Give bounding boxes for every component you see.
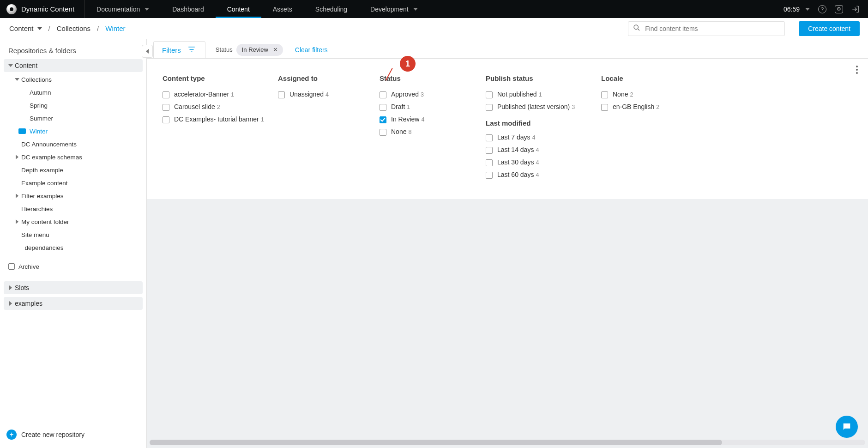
folder-label: DC Announcements xyxy=(21,141,139,148)
filter-item[interactable]: Draft1 xyxy=(380,103,472,111)
create-repository-button[interactable]: + Create new repository xyxy=(0,424,146,448)
checkbox-icon xyxy=(163,91,169,98)
folder-hierarchies[interactable]: Hierarchies xyxy=(4,202,143,215)
filter-item[interactable]: Not published1 xyxy=(486,91,587,98)
filter-icon xyxy=(187,45,196,55)
chevron-down-icon xyxy=(413,8,418,11)
breadcrumb-collections[interactable]: Collections xyxy=(57,24,90,32)
filter-label: Unassigned xyxy=(289,91,324,98)
filter-col-title: Assigned to xyxy=(278,74,366,82)
scrollbar-thumb[interactable] xyxy=(150,440,722,445)
secondary-bar-right: Create content xyxy=(628,21,860,36)
filter-count: 4 xyxy=(421,116,424,123)
folder-dependancies[interactable]: _dependancies xyxy=(4,241,143,254)
breadcrumb-root[interactable]: Content xyxy=(9,24,42,32)
nav-label: Content xyxy=(227,6,250,13)
filter-item[interactable]: Last 60 days4 xyxy=(486,171,587,179)
panel-more-button[interactable] xyxy=(852,63,862,76)
folder-example-content[interactable]: Example content xyxy=(4,176,143,189)
gear-icon[interactable]: ⚙ xyxy=(835,5,843,13)
checkbox-icon xyxy=(380,91,386,98)
plus-icon: + xyxy=(6,430,17,440)
filter-item[interactable]: Last 14 days4 xyxy=(486,146,587,154)
breadcrumb-separator: / xyxy=(97,24,99,32)
filter-item[interactable]: None2 xyxy=(601,91,689,98)
top-nav-links: Documentation Dashboard Content Assets S… xyxy=(85,0,429,18)
filter-item[interactable]: DC Examples- tutorial banner1 xyxy=(163,115,264,123)
folder-depth-example[interactable]: Depth example xyxy=(4,163,143,176)
divider xyxy=(6,257,140,257)
checkbox-icon xyxy=(486,91,493,98)
sidebar-title: Repositories & folders xyxy=(0,39,146,59)
repo-archive[interactable]: Archive xyxy=(4,260,143,273)
create-content-button[interactable]: Create content xyxy=(799,21,860,36)
folder-collections[interactable]: Collections xyxy=(4,73,143,86)
nav-label: Development xyxy=(370,6,409,13)
repo-slots[interactable]: Slots xyxy=(4,281,143,294)
breadcrumb-current[interactable]: Winter xyxy=(105,24,125,32)
nav-development[interactable]: Development xyxy=(359,0,429,18)
nav-scheduling[interactable]: Scheduling xyxy=(304,0,359,18)
folder-dc-example-schemas[interactable]: DC example schemas xyxy=(4,151,143,163)
folder-autumn[interactable]: Autumn xyxy=(4,86,143,99)
folder-spring[interactable]: Spring xyxy=(4,99,143,112)
filters-bar: Filters Status In Review ✕ Clear filters xyxy=(147,41,868,58)
filter-label: Carousel slide xyxy=(174,103,215,110)
filters-tab[interactable]: Filters xyxy=(153,41,205,58)
close-icon[interactable]: ✕ xyxy=(272,46,279,54)
callout-badge: 1 xyxy=(400,56,416,72)
help-icon[interactable]: ? xyxy=(818,5,826,13)
folder-label: _dependancies xyxy=(21,244,139,251)
filter-item[interactable]: Approved3 xyxy=(380,91,472,98)
nav-documentation[interactable]: Documentation xyxy=(85,0,161,18)
folder-dc-announcements[interactable]: DC Announcements xyxy=(4,138,143,151)
filter-item[interactable]: In Review4 xyxy=(380,115,472,123)
filter-item[interactable]: accelerator-Banner1 xyxy=(163,91,264,98)
filter-label: Published (latest version) xyxy=(497,103,570,110)
filter-item[interactable]: Unassigned4 xyxy=(278,91,366,98)
folder-filter-examples[interactable]: Filter examples xyxy=(4,189,143,202)
search-icon xyxy=(633,24,640,33)
search-input[interactable] xyxy=(644,24,780,33)
filter-item[interactable]: en-GB English2 xyxy=(601,103,689,111)
clock[interactable]: 06:59 xyxy=(784,6,810,13)
filter-label: Draft xyxy=(391,103,405,110)
filter-label: Approved xyxy=(391,91,419,98)
filter-label: Last 7 days xyxy=(497,133,530,141)
filter-col-title: Last modified xyxy=(486,119,587,127)
repo-examples[interactable]: examples xyxy=(4,297,143,310)
logout-icon[interactable] xyxy=(851,5,860,13)
folder-summer[interactable]: Summer xyxy=(4,112,143,125)
repo-content[interactable]: Content xyxy=(4,59,143,72)
folder-label: Depth example xyxy=(21,167,139,174)
search-box[interactable] xyxy=(628,21,785,36)
filter-label: en-GB English xyxy=(613,103,654,110)
chat-fab[interactable] xyxy=(836,416,858,438)
sidebar-scroll[interactable]: Content Collections Autumn Spring Summer… xyxy=(0,59,146,424)
nav-assets[interactable]: Assets xyxy=(261,0,304,18)
brand-logo-icon xyxy=(6,4,17,14)
repo-label: Archive xyxy=(18,263,139,270)
body: Repositories & folders Content Collectio… xyxy=(0,39,868,448)
folder-my-content-folder[interactable]: My content folder xyxy=(4,215,143,228)
chevron-right-icon xyxy=(13,219,21,224)
filter-item[interactable]: None8 xyxy=(380,128,472,136)
nav-dashboard[interactable]: Dashboard xyxy=(161,0,216,18)
checkbox-icon xyxy=(486,159,493,166)
filter-item[interactable]: Last 30 days4 xyxy=(486,158,587,166)
clear-filters-link[interactable]: Clear filters xyxy=(295,46,328,54)
brand: Dynamic Content xyxy=(0,0,85,18)
filter-item[interactable]: Carousel slide2 xyxy=(163,103,264,111)
filter-label: Last 30 days xyxy=(497,158,534,166)
filter-item[interactable]: Last 7 days4 xyxy=(486,133,587,141)
filter-item[interactable]: Published (latest version)3 xyxy=(486,103,587,111)
checkbox-icon xyxy=(486,104,493,111)
horizontal-scrollbar[interactable] xyxy=(150,440,865,445)
filters-tab-label: Filters xyxy=(162,46,181,54)
nav-content[interactable]: Content xyxy=(216,0,261,18)
folder-site-menu[interactable]: Site menu xyxy=(4,228,143,241)
active-filter-chip[interactable]: In Review ✕ xyxy=(236,44,283,56)
filter-label: None xyxy=(613,91,628,98)
folder-winter[interactable]: Winter xyxy=(4,125,143,138)
filter-col-title: Status xyxy=(380,74,472,82)
